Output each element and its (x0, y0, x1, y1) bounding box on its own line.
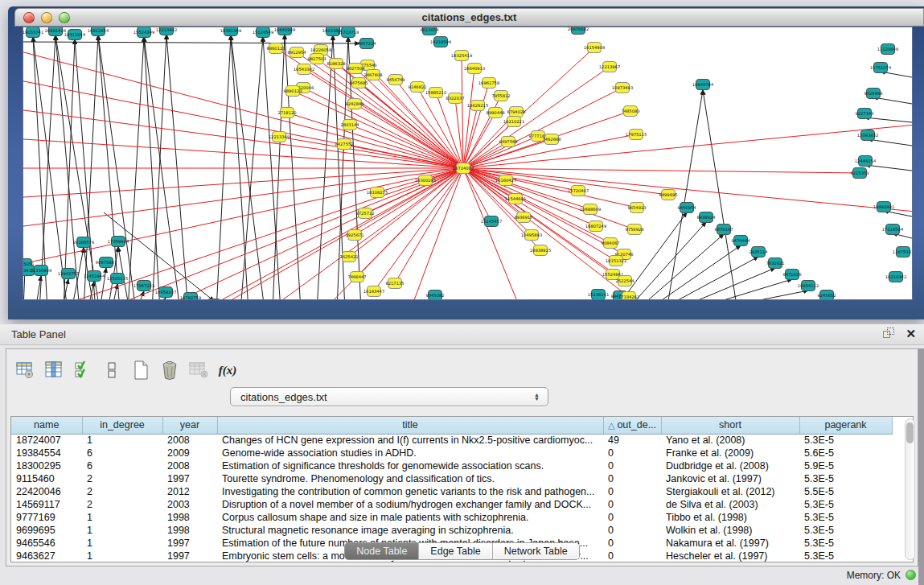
network-node[interactable]: 10495893 (521, 230, 542, 241)
network-node[interactable]: 8938924 (696, 212, 716, 223)
network-node[interactable]: 8427552 (335, 139, 353, 150)
network-node[interactable]: 1925671 (345, 230, 363, 241)
network-node[interactable]: 9440954 (677, 203, 696, 213)
network-node[interactable]: 7632621 (766, 258, 784, 269)
network-node[interactable]: 13505135 (107, 274, 128, 284)
network-node[interactable]: 9890123 (283, 86, 302, 97)
network-node[interactable]: 15524399 (133, 27, 154, 38)
network-node[interactable]: 7955812 (491, 91, 510, 101)
minimize-window-button[interactable] (41, 12, 52, 23)
network-node[interactable]: 8860123 (266, 43, 285, 54)
network-node[interactable]: 12923448 (203, 299, 224, 301)
network-node[interactable]: 6879197 (714, 225, 733, 235)
tab-network-table[interactable]: Network Table (493, 543, 579, 559)
table-header-row[interactable]: namein_degreeyeartitle△out_de...shortpag… (11, 417, 892, 434)
table-row[interactable]: 1872400712008Changes of HCN gene express… (11, 434, 892, 447)
delete-trash-icon[interactable] (159, 360, 180, 381)
network-node[interactable]: 7625421 (339, 252, 358, 262)
network-node[interactable]: 18311044 (64, 30, 86, 40)
table-row[interactable]: 977716911998Corpus callosum shape and si… (11, 511, 892, 524)
table-scrollbar[interactable] (905, 418, 915, 560)
network-node[interactable]: 8471626 (782, 270, 801, 280)
network-node[interactable]: 12444154 (855, 156, 877, 167)
network-node[interactable]: 9827503 (307, 54, 326, 64)
network-node[interactable]: 8912954 (287, 47, 306, 58)
table-row[interactable]: 1830029562008Estimation of significance … (11, 459, 892, 472)
network-node[interactable]: 15136141 (588, 290, 609, 300)
network-node[interactable]: 2935114 (749, 247, 768, 257)
select-rows-icon[interactable] (72, 360, 93, 381)
network-node[interactable]: 12213402 (156, 27, 177, 35)
network-node[interactable]: 15723718 (338, 27, 359, 38)
close-window-button[interactable] (23, 12, 35, 23)
network-node[interactable]: 17975115 (626, 130, 647, 140)
function-icon[interactable]: f(x) (217, 360, 238, 381)
network-node[interactable]: 15145457 (481, 216, 502, 227)
network-node[interactable]: 8475685 (349, 78, 368, 89)
network-node[interactable]: 8215353 (850, 168, 869, 179)
column-header-name[interactable]: name (11, 417, 82, 434)
table-column-icon[interactable] (43, 360, 64, 381)
table-settings-icon[interactable] (14, 360, 35, 381)
split-view-icon[interactable] (101, 360, 122, 381)
node-table[interactable]: namein_degreeyeartitle△out_de...shortpag… (10, 416, 914, 562)
network-node[interactable]: 9654923 (627, 203, 646, 213)
network-node[interactable]: 7485083 (621, 106, 639, 117)
network-node[interactable]: 16543382 (294, 64, 314, 75)
zoom-window-button[interactable] (59, 12, 70, 23)
float-panel-icon[interactable] (883, 328, 896, 340)
network-node[interactable]: 9227343 (855, 109, 873, 119)
network-node[interactable]: 8322037 (446, 93, 464, 104)
column-header-out_de[interactable]: △out_de... (603, 417, 661, 434)
network-node[interactable]: 8936917 (514, 212, 532, 223)
network-node[interactable]: 16640909 (274, 27, 295, 35)
network-node[interactable]: 19055741 (23, 27, 43, 38)
network-node[interactable]: 9245652 (817, 290, 836, 301)
network-node[interactable]: 11451944 (84, 271, 105, 282)
network-node[interactable]: 8217135 (385, 278, 404, 289)
network-node[interactable]: 16154808 (584, 43, 605, 53)
network-node[interactable]: 6497568 (499, 137, 517, 147)
column-header-title[interactable]: title (217, 417, 603, 434)
network-node[interactable]: 20691406 (45, 27, 66, 36)
network-node[interactable]: 11675333 (893, 247, 912, 257)
network-node[interactable]: 9899695 (659, 190, 677, 200)
network-node[interactable]: 2867608 (363, 70, 382, 80)
network-canvas[interactable]: 1905574120691406183110441691265415524399… (23, 27, 913, 300)
table-selector-dropdown[interactable]: citations_edges.txt ▲▼ (230, 387, 548, 406)
network-node[interactable]: 20876682 (568, 27, 589, 35)
network-node[interactable]: 15751074 (870, 63, 892, 73)
network-node[interactable]: 90975887 (96, 257, 117, 268)
network-node[interactable]: 11120646 (877, 44, 898, 55)
network-window-titlebar[interactable]: citations_edges.txt (14, 8, 924, 27)
close-panel-icon[interactable]: ✕ (906, 328, 916, 340)
network-node[interactable]: 9827508 (346, 64, 364, 74)
network-node[interactable]: 15720407 (568, 186, 589, 196)
network-node[interactable]: 9725712 (355, 208, 374, 219)
network-node[interactable]: 12093832 (857, 130, 878, 141)
table-row[interactable]: 969969511998Structural magnetic resonanc… (11, 524, 892, 537)
network-node[interactable]: 9474444 (731, 236, 750, 246)
network-node[interactable]: 16210221 (503, 117, 524, 127)
network-node[interactable]: 17016504 (882, 225, 904, 235)
network-node[interactable]: 19218596 (430, 37, 451, 47)
table-row[interactable]: 1938455462009Genome-wide association stu… (11, 447, 892, 459)
network-node[interactable]: 7466447 (347, 272, 366, 282)
column-header-in_degree[interactable]: in_degree (82, 417, 162, 434)
network-node[interactable]: 19892991 (873, 202, 894, 212)
network-node[interactable]: 18325419 (451, 51, 472, 61)
network-node[interactable]: 18938925 (530, 245, 551, 256)
network-node[interactable]: 16193447 (363, 286, 384, 297)
tab-node-table[interactable]: Node Table (345, 543, 419, 559)
table-row[interactable]: 911546021997Tourette syndrome. Phenomeno… (11, 472, 892, 485)
table-row[interactable]: 2242004622012Investigating the contribut… (11, 485, 892, 498)
network-node[interactable]: 16912654 (88, 27, 109, 36)
network-node[interactable]: 9329966 (864, 89, 882, 99)
new-file-icon[interactable] (130, 360, 151, 381)
network-node[interactable]: 16961758 (478, 78, 499, 89)
network-node[interactable]: 10688609 (580, 204, 601, 215)
network-node[interactable]: 7462668 (542, 134, 561, 145)
network-node[interactable]: 15124549 (253, 27, 273, 38)
table-row[interactable]: 1456911722003Disruption of a novel membe… (11, 498, 892, 511)
network-node[interactable]: 15885210 (425, 88, 446, 98)
